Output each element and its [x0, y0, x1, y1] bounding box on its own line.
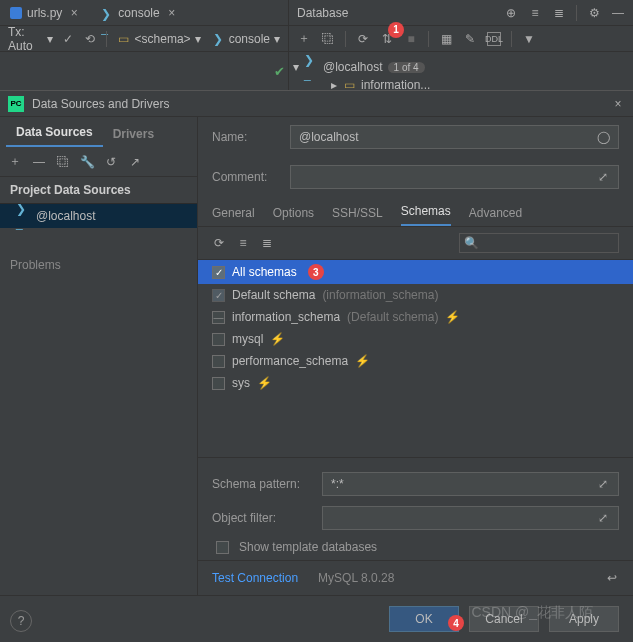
comment-label: Comment:	[212, 170, 276, 184]
schema-list: ✓ All schemas 3 ✓ Default schema (inform…	[198, 260, 633, 394]
tab-schemas[interactable]: Schemas	[401, 198, 451, 226]
tab-drivers[interactable]: Drivers	[103, 121, 164, 147]
ddl-icon[interactable]: DDL	[487, 32, 501, 46]
problems-section[interactable]: Problems	[0, 228, 197, 302]
checkbox[interactable]	[212, 333, 225, 346]
expand-icon[interactable]: ⤢	[596, 511, 610, 525]
badge-1: 1	[388, 22, 404, 38]
schema-row-all[interactable]: ✓ All schemas 3	[198, 260, 633, 284]
undo-icon[interactable]: ↺	[104, 155, 118, 169]
circle-icon[interactable]: ◯	[596, 130, 610, 144]
chevron-down-icon: ▾	[47, 32, 53, 46]
edit-icon[interactable]: ✎	[463, 32, 477, 46]
collapse-icon[interactable]: ⊕	[504, 6, 518, 20]
count-badge: 1 of 4	[388, 62, 425, 73]
revert-icon[interactable]: ↩	[605, 571, 619, 585]
data-sources-dialog: PC Data Sources and Drivers × Data Sourc…	[0, 90, 633, 642]
tab-ssh[interactable]: SSH/SSL	[332, 200, 383, 226]
datasource-icon: ❯_	[304, 60, 318, 74]
template-checkbox[interactable]	[216, 541, 229, 554]
name-input[interactable]: @localhost◯	[290, 125, 619, 149]
checkbox[interactable]	[212, 377, 225, 390]
object-filter-input[interactable]: ⤢	[322, 506, 619, 530]
expand-icon[interactable]: ⤢	[596, 170, 610, 184]
add-icon[interactable]: ＋	[297, 32, 311, 46]
tab-label: urls.py	[27, 6, 62, 20]
schema-row-performance[interactable]: performance_schema ⚡	[198, 350, 633, 372]
schema-selector[interactable]: ▭<schema> ▾	[117, 32, 201, 46]
lightning-icon: ⚡	[355, 354, 369, 368]
checkbox[interactable]: ✓	[212, 266, 225, 279]
schema-row-default[interactable]: ✓ Default schema (information_schema)	[198, 284, 633, 306]
search-icon: 🔍	[464, 236, 478, 250]
template-label: Show template databases	[239, 540, 377, 554]
chevron-down-icon: ▾	[274, 32, 280, 46]
rollback-icon[interactable]: ⟲	[84, 32, 96, 46]
stop-icon[interactable]: ■	[404, 32, 418, 46]
test-connection-link[interactable]: Test Connection	[212, 571, 298, 585]
tab-data-sources[interactable]: Data Sources	[6, 119, 103, 147]
python-file-icon	[10, 7, 22, 19]
schema-row-sys[interactable]: sys ⚡	[198, 372, 633, 394]
schema-pattern-input[interactable]: *:*⤢	[322, 472, 619, 496]
gear-icon[interactable]: ⚙	[587, 6, 601, 20]
config-tabs: General Options SSH/SSL Schemas Advanced	[198, 197, 633, 227]
cancel-button[interactable]: Cancel	[469, 606, 539, 632]
tab-label: console	[118, 6, 159, 20]
close-icon[interactable]: ×	[67, 6, 81, 20]
badge-3: 3	[308, 264, 324, 280]
close-icon[interactable]: ×	[165, 6, 179, 20]
expand-all-icon[interactable]: ≡	[236, 236, 250, 250]
add-icon[interactable]: ＋	[8, 155, 22, 169]
apply-button[interactable]: Apply	[549, 606, 619, 632]
data-source-item[interactable]: ❯_ @localhost	[0, 204, 197, 228]
tree-datasource[interactable]: ▾ ❯_ @localhost 1 of 4	[293, 58, 629, 76]
console-selector[interactable]: ❯console ▾	[211, 32, 280, 46]
tab-options[interactable]: Options	[273, 200, 314, 226]
refresh-icon[interactable]: ⟳	[212, 236, 226, 250]
diagram-icon[interactable]: ▦	[439, 32, 453, 46]
comment-input[interactable]: ⤢	[290, 165, 619, 189]
duplicate-icon[interactable]: ⿻	[56, 155, 70, 169]
ok-button[interactable]: OK4	[389, 606, 459, 632]
checkbox[interactable]: —	[212, 311, 225, 324]
schema-row-information[interactable]: — information_schema (Default schema) ⚡	[198, 306, 633, 328]
schema-icon: ▭	[117, 32, 131, 46]
console-icon: ❯	[211, 32, 225, 46]
tab-file[interactable]: urls.py ×	[0, 0, 91, 25]
schema-pattern-label: Schema pattern:	[212, 477, 312, 491]
refresh-icon[interactable]: ⟳	[356, 32, 370, 46]
object-filter-label: Object filter:	[212, 511, 312, 525]
checkbox[interactable]	[212, 355, 225, 368]
panel-title: Database	[297, 6, 504, 20]
checkbox[interactable]: ✓	[212, 289, 225, 302]
database-panel: Database ⊕ ≡ ≣ ⚙ — ＋ ⿻ ⟳ ⇅1 ■ ▦ ✎ DDL ▼ …	[288, 0, 633, 90]
datasource-icon: ❯_	[16, 209, 30, 223]
tab-console[interactable]: ❯_ console ×	[91, 0, 188, 25]
tab-general[interactable]: General	[212, 200, 255, 226]
remove-icon[interactable]: —	[32, 155, 46, 169]
collapse-all-icon[interactable]: ≣	[260, 236, 274, 250]
make-global-icon[interactable]: ↗	[128, 155, 142, 169]
hide-icon[interactable]: —	[611, 6, 625, 20]
expand-icon[interactable]: ≡	[528, 6, 542, 20]
duplicate-icon[interactable]: ⿻	[321, 32, 335, 46]
driver-version-text: MySQL 8.0.28	[318, 571, 394, 585]
console-icon: ❯_	[101, 7, 113, 19]
left-tabs: Data Sources Drivers	[0, 117, 197, 147]
app-icon: PC	[8, 96, 24, 112]
filter-icon[interactable]: ▼	[522, 32, 536, 46]
tools-icon[interactable]: 🔧	[80, 155, 94, 169]
schema-filter-input[interactable]: 🔍	[459, 233, 619, 253]
commit-icon[interactable]: ✓	[63, 32, 75, 46]
schema-row-mysql[interactable]: mysql ⚡	[198, 328, 633, 350]
close-icon[interactable]: ×	[611, 97, 625, 111]
collapse-all-icon[interactable]: ≣	[552, 6, 566, 20]
sync-icon[interactable]: ⇅1	[380, 32, 394, 46]
chevron-down-icon: ▾	[293, 60, 299, 74]
help-button[interactable]: ?	[10, 610, 32, 632]
expand-icon[interactable]: ⤢	[596, 477, 610, 491]
lightning-icon: ⚡	[445, 310, 459, 324]
tab-advanced[interactable]: Advanced	[469, 200, 522, 226]
tx-mode-selector[interactable]: Tx: Auto ▾	[8, 25, 53, 53]
